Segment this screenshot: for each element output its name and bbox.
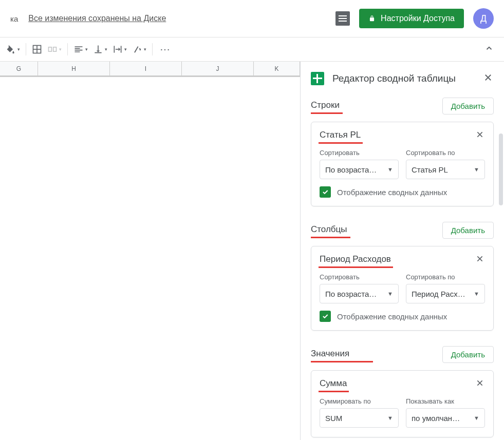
panel-header: Редактор сводной таблицы <box>301 62 504 95</box>
show-totals-label: Отображение сводных данных <box>337 188 447 197</box>
merge-tool: ▾ <box>45 41 64 58</box>
col-header[interactable]: G <box>0 62 38 75</box>
svg-rect-3 <box>49 47 52 51</box>
borders-icon <box>32 44 42 54</box>
sort-by-select[interactable]: Статья PL ▼ <box>406 160 485 179</box>
separator <box>152 43 153 55</box>
sort-order-select[interactable]: По возраста… ▼ <box>320 284 399 303</box>
scrollbar-thumb[interactable] <box>499 133 503 205</box>
chevron-down-icon: ▼ <box>474 291 479 297</box>
remove-rows-card[interactable] <box>475 129 485 142</box>
sheet-body[interactable] <box>0 76 300 77</box>
col-header[interactable]: J <box>182 62 254 75</box>
remove-columns-card[interactable] <box>475 254 485 266</box>
sortby-label: Сортировать по <box>406 149 485 157</box>
close-panel-button[interactable] <box>481 71 495 86</box>
columns-card: Период Расходов Сортировать По возраста…… <box>311 246 494 331</box>
values-section: Значения Добавить Сумма Суммировать по S… <box>301 344 504 440</box>
more-tools[interactable]: ⋯ <box>156 43 175 55</box>
chevron-down-icon: ▼ <box>474 166 479 173</box>
values-card: Сумма Суммировать по SUM ▼ Показыват <box>311 370 494 437</box>
col-header[interactable]: H <box>38 62 110 75</box>
sort-value: По возраста… <box>325 290 377 298</box>
collapse-toolbar[interactable] <box>477 41 501 58</box>
dropdown-icon: ▾ <box>59 47 62 52</box>
add-rows-button[interactable]: Добавить <box>442 98 494 114</box>
toolbar: ▾ ▾ ▾ ▾ ▾ ▾ ⋯ <box>0 37 504 62</box>
sheet-area[interactable]: G H I J K <box>0 62 301 440</box>
close-icon <box>476 130 484 139</box>
close-icon <box>476 379 484 387</box>
add-columns-button[interactable]: Добавить <box>442 222 494 239</box>
col-header[interactable]: K <box>254 62 300 75</box>
v-align-tool[interactable]: ▾ <box>91 41 109 58</box>
v-align-icon <box>93 44 103 54</box>
dropdown-icon: ▾ <box>17 47 20 52</box>
dropdown-icon: ▾ <box>144 47 146 52</box>
chevron-down-icon: ▼ <box>387 166 393 173</box>
share-button[interactable]: Настройки Доступа <box>359 9 464 28</box>
paint-bucket-icon <box>6 44 16 54</box>
check-icon <box>322 313 329 320</box>
sort-order-select[interactable]: По возраста… ▼ <box>320 160 399 179</box>
borders-tool[interactable] <box>30 41 44 58</box>
columns-label: Столбцы <box>311 224 347 237</box>
show-as-select[interactable]: по умолчан… ▼ <box>406 408 485 428</box>
rows-label: Строки <box>311 100 340 112</box>
chevron-down-icon: ▼ <box>387 291 393 297</box>
show-totals-label: Отображение сводных данных <box>337 312 447 321</box>
fill-color-tool[interactable]: ▾ <box>4 41 22 58</box>
chevron-down-icon: ▼ <box>474 415 479 421</box>
summarize-by-select[interactable]: SUM ▼ <box>320 408 399 428</box>
close-icon <box>483 73 493 82</box>
rows-card-title: Статья PL <box>320 130 361 142</box>
pivot-table-icon <box>311 72 324 85</box>
chevron-up-icon <box>484 44 494 53</box>
svg-rect-4 <box>53 47 57 51</box>
column-headers: G H I J K <box>0 62 300 76</box>
share-label: Настройки Доступа <box>381 14 455 23</box>
sort-by-select[interactable]: Период Расх… ▼ <box>406 284 485 303</box>
sort-label: Сортировать <box>320 149 399 157</box>
sortby-value: Период Расх… <box>412 290 465 298</box>
dropdown-icon: ▾ <box>124 47 127 52</box>
check-icon <box>322 188 329 196</box>
sortby-value: Статья PL <box>412 165 448 174</box>
sortby-label: Сортировать по <box>406 273 485 281</box>
rotate-icon <box>132 44 142 54</box>
wrap-tool[interactable]: ▾ <box>110 41 129 58</box>
showas-label: Показывать как <box>406 397 485 405</box>
chevron-down-icon: ▼ <box>387 415 393 421</box>
remove-values-card[interactable] <box>475 378 485 390</box>
sort-label: Сортировать <box>320 273 399 281</box>
columns-section: Столбцы Добавить Период Расходов Сортиро… <box>301 220 504 344</box>
dropdown-icon: ▾ <box>105 47 107 52</box>
align-left-icon <box>73 44 84 54</box>
saved-status-link[interactable]: Все изменения сохранены на Диске <box>28 14 166 23</box>
show-totals-checkbox[interactable] <box>320 311 331 322</box>
show-totals-checkbox[interactable] <box>320 186 331 198</box>
add-values-button[interactable]: Добавить <box>442 346 494 363</box>
lock-icon <box>368 15 376 22</box>
header-label-fragment: ка <box>10 14 18 23</box>
avatar[interactable]: Д <box>473 8 494 29</box>
showas-value: по умолчан… <box>412 414 460 423</box>
col-header[interactable]: I <box>110 62 182 75</box>
values-label: Значения <box>311 349 370 361</box>
columns-card-title: Период Расходов <box>320 254 391 266</box>
rows-card: Статья PL Сортировать По возраста… ▼ <box>311 122 494 206</box>
close-icon <box>476 255 484 263</box>
merge-icon <box>47 44 58 54</box>
values-card-title: Сумма <box>320 378 347 390</box>
h-align-tool[interactable]: ▾ <box>71 41 90 58</box>
sumby-value: SUM <box>325 414 342 423</box>
app-header: ка Все изменения сохранены на Диске Наст… <box>0 0 504 37</box>
rows-section: Строки Добавить Статья PL Сортировать По… <box>301 95 504 220</box>
rotate-tool[interactable]: ▾ <box>130 41 148 58</box>
sumby-label: Суммировать по <box>320 397 399 405</box>
dropdown-icon: ▾ <box>85 47 88 52</box>
comments-icon[interactable] <box>335 11 350 26</box>
separator <box>26 43 26 55</box>
sort-value: По возраста… <box>325 165 377 174</box>
separator <box>67 43 68 55</box>
